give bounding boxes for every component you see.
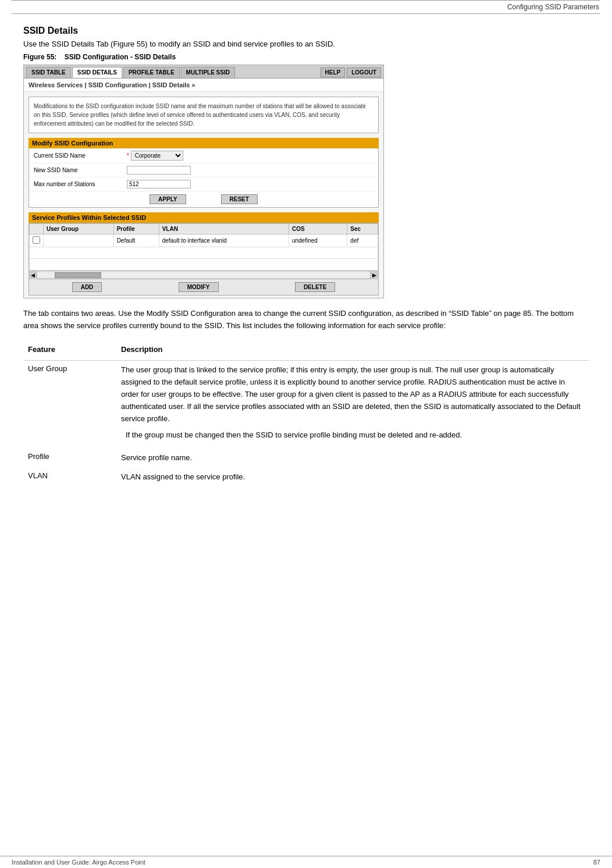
feature-profile-desc: Service profile name. <box>116 449 589 468</box>
service-table-row: Default default to interface vlanid unde… <box>30 234 378 247</box>
row-user-group <box>44 234 114 247</box>
modify-btn-row: APPLY RESET <box>29 191 378 207</box>
delete-button[interactable]: DELETE <box>295 282 335 292</box>
col-checkbox <box>30 224 44 234</box>
service-table: User Group Profile VLAN COS Sec <box>29 223 378 271</box>
modify-section-header: Modify SSID Configuration <box>29 138 379 148</box>
feature-table-header: Feature Description <box>23 341 589 361</box>
scroll-right-btn[interactable]: ▶ <box>370 271 378 279</box>
feature-row-vlan: VLAN VLAN assigned to the service profil… <box>23 468 589 487</box>
feature-user-group-main: The user group that is linked to the ser… <box>121 365 581 422</box>
feature-user-group-extra: If the group must be changed then the SS… <box>121 429 584 442</box>
col-user-group: User Group <box>44 224 114 234</box>
max-stations-input-cell <box>122 177 378 191</box>
figure-caption-label: Figure 55: <box>23 53 56 61</box>
feature-profile: Profile <box>23 449 116 468</box>
feature-table: Feature Description User Group The user … <box>23 341 589 487</box>
row-sec: def <box>347 234 378 247</box>
row-cos: undefined <box>289 234 347 247</box>
required-star: * <box>127 152 129 159</box>
desc-text: The tab contains two areas. Use the Modi… <box>23 308 589 332</box>
modify-section-body: Current SSID Name * Corporate New SSID N… <box>29 148 379 208</box>
reset-button[interactable]: RESET <box>221 194 258 204</box>
max-stations-label: Max number of Stations <box>29 177 122 191</box>
screenshot-box: SSID TABLE SSID DETAILS PROFILE TABLE MU… <box>23 65 384 298</box>
col-cos: COS <box>289 224 347 234</box>
page-footer: Installation and User Guide: Airgo Acces… <box>0 856 612 868</box>
help-button[interactable]: HELP <box>321 67 346 77</box>
scroll-track <box>37 272 378 278</box>
row-checkbox[interactable] <box>33 236 40 244</box>
info-box: Modifications to the SSID configuration … <box>29 97 379 133</box>
max-stations-input[interactable] <box>127 180 191 188</box>
page-title-top: Configuring SSID Parameters <box>0 1 612 11</box>
empty-row-2 <box>30 259 378 271</box>
breadcrumb: Wireless Services | SSID Configuration |… <box>24 79 383 92</box>
feature-row-profile: Profile Service profile name. <box>23 449 589 468</box>
main-content: SSID Details Use the SSID Details Tab (F… <box>0 14 612 504</box>
tab-profile-table[interactable]: PROFILE TABLE <box>123 67 180 78</box>
service-table-header-row: User Group Profile VLAN COS Sec <box>30 224 378 234</box>
feature-row-user-group: User Group The user group that is linked… <box>23 361 589 449</box>
form-row-new-ssid: New SSID Name <box>29 163 378 177</box>
empty-row-1 <box>30 247 378 259</box>
tab-bar-left: SSID TABLE SSID DETAILS PROFILE TABLE MU… <box>26 67 235 78</box>
apply-button[interactable]: APPLY <box>150 194 186 204</box>
service-profiles-body: User Group Profile VLAN COS Sec <box>29 223 379 296</box>
tab-multiple-ssid[interactable]: MULTIPLE SSID <box>181 67 235 78</box>
new-ssid-label: New SSID Name <box>29 163 122 177</box>
section-intro: Use the SSID Details Tab (Figure 55) to … <box>23 40 589 48</box>
footer-left: Installation and User Guide: Airgo Acces… <box>12 859 145 866</box>
service-profiles-section: Service Profiles Within Selected SSID Us… <box>29 212 379 296</box>
current-ssid-value-cell: * Corporate <box>122 148 378 163</box>
modify-section: Modify SSID Configuration Current SSID N… <box>29 138 379 208</box>
feature-vlan-desc: VLAN assigned to the service profile. <box>116 468 589 487</box>
footer-right: 87 <box>593 859 600 866</box>
current-ssid-select[interactable]: Corporate <box>131 151 183 161</box>
row-vlan: default to interface vlanid <box>159 234 289 247</box>
scroll-thumb[interactable] <box>55 272 101 278</box>
scroll-left-btn[interactable]: ◀ <box>29 271 37 279</box>
feature-vlan: VLAN <box>23 468 116 487</box>
figure-caption: Figure 55: SSID Configuration - SSID Det… <box>23 53 589 61</box>
feature-user-group-desc: The user group that is linked to the ser… <box>116 361 589 449</box>
col-vlan: VLAN <box>159 224 289 234</box>
horizontal-scrollbar[interactable]: ◀ ▶ <box>29 271 378 279</box>
row-checkbox-cell <box>30 234 44 247</box>
new-ssid-input[interactable] <box>127 166 191 175</box>
modify-form-table: Current SSID Name * Corporate New SSID N… <box>29 148 378 191</box>
col-sec: Sec <box>347 224 378 234</box>
section-heading: SSID Details <box>23 26 589 36</box>
current-ssid-label: Current SSID Name <box>29 148 122 163</box>
form-row-max-stations: Max number of Stations <box>29 177 378 191</box>
tab-bar: SSID TABLE SSID DETAILS PROFILE TABLE MU… <box>24 65 383 79</box>
form-row-ssid-name: Current SSID Name * Corporate <box>29 148 378 163</box>
service-table-container: User Group Profile VLAN COS Sec <box>29 223 378 271</box>
tab-ssid-table[interactable]: SSID TABLE <box>26 67 71 78</box>
figure-caption-text: SSID Configuration - SSID Details <box>65 53 176 61</box>
feature-user-group: User Group <box>23 361 116 449</box>
col-profile: Profile <box>113 224 159 234</box>
service-profiles-header: Service Profiles Within Selected SSID <box>29 212 379 223</box>
tab-ssid-details[interactable]: SSID DETAILS <box>72 67 122 78</box>
service-btn-row: ADD MODIFY DELETE <box>29 279 378 295</box>
col-header-desc: Description <box>116 341 589 361</box>
modify-button[interactable]: MODIFY <box>179 282 219 292</box>
add-button[interactable]: ADD <box>72 282 102 292</box>
new-ssid-input-cell <box>122 163 378 177</box>
row-profile: Default <box>113 234 159 247</box>
logout-button[interactable]: LOGOUT <box>347 67 381 77</box>
tab-bar-right: HELP LOGOUT <box>321 67 381 77</box>
col-header-feature: Feature <box>23 341 116 361</box>
